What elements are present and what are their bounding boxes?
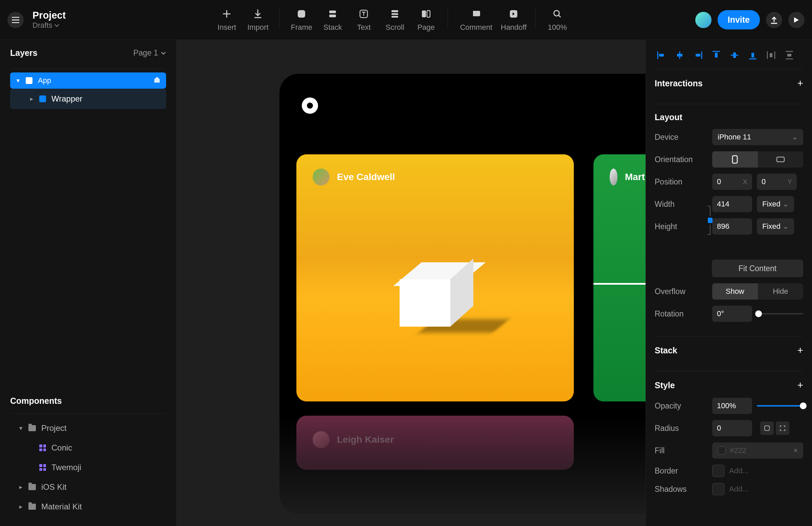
- align-center-v[interactable]: [728, 49, 741, 61]
- cube-image: [400, 262, 470, 323]
- chevron-down-icon: [55, 24, 59, 27]
- add-stack[interactable]: +: [797, 344, 803, 356]
- radius-all-icon[interactable]: [760, 422, 774, 435]
- layers-title: Layers: [10, 48, 38, 58]
- card-leigh[interactable]: Leigh Kaiser: [296, 416, 574, 470]
- component-icon: [39, 444, 46, 451]
- align-bottom[interactable]: [746, 49, 759, 61]
- page-selector[interactable]: Page 1: [133, 48, 166, 58]
- frame-icon: [39, 96, 46, 102]
- overflow-show[interactable]: Show: [712, 283, 758, 300]
- opacity-input[interactable]: [712, 398, 752, 414]
- rotation-input[interactable]: [712, 305, 752, 322]
- plus-icon: [222, 9, 231, 19]
- components-title: Components: [10, 396, 166, 406]
- layer-app[interactable]: ▾ App: [10, 72, 166, 89]
- overflow-label: Overflow: [655, 287, 712, 296]
- device-select[interactable]: iPhone 11 ⌄: [712, 129, 803, 145]
- scroll-tool[interactable]: Scroll: [379, 8, 410, 32]
- radius-per-corner-icon[interactable]: [776, 422, 789, 435]
- upload-icon: [770, 16, 778, 24]
- add-style[interactable]: +: [797, 380, 803, 391]
- border-swatch[interactable]: [712, 465, 724, 477]
- frame-tool[interactable]: Frame: [286, 8, 317, 32]
- width-label: Width: [655, 200, 712, 209]
- comp-twemoji[interactable]: Twemoji: [10, 458, 166, 477]
- distribute-h[interactable]: [764, 49, 778, 61]
- svg-rect-0: [298, 10, 305, 18]
- shadow-swatch[interactable]: [712, 483, 724, 495]
- svg-rect-2: [329, 15, 336, 17]
- svg-rect-16: [751, 53, 754, 58]
- svg-rect-19: [733, 156, 737, 163]
- svg-rect-13: [696, 54, 700, 57]
- user-avatar[interactable]: [695, 12, 711, 28]
- orientation-landscape[interactable]: [758, 151, 803, 168]
- border-label: Border: [655, 466, 712, 475]
- distribute-v[interactable]: [783, 49, 796, 61]
- device-label: Device: [655, 133, 712, 142]
- insert-tool[interactable]: Insert: [211, 8, 242, 32]
- play-button[interactable]: [788, 12, 804, 28]
- record-dot: [302, 98, 318, 114]
- svg-rect-1: [329, 11, 336, 13]
- comp-ios-kit[interactable]: ▸ iOS Kit: [10, 477, 166, 497]
- height-input[interactable]: [712, 218, 752, 234]
- handoff-tool[interactable]: Handoff: [498, 8, 529, 32]
- card-eve[interactable]: Eve Caldwell: [296, 154, 574, 401]
- comp-material-kit[interactable]: ▸ Material Kit: [10, 497, 166, 516]
- page-tool[interactable]: Page: [410, 8, 441, 32]
- fill-input[interactable]: #222 ×: [712, 442, 803, 459]
- radius-input[interactable]: [712, 420, 752, 436]
- rotation-slider[interactable]: [757, 313, 803, 314]
- position-label: Position: [655, 177, 712, 186]
- drafts-dropdown[interactable]: Drafts: [32, 21, 66, 30]
- folder-icon: [28, 504, 36, 510]
- svg-rect-17: [770, 53, 772, 57]
- stack-icon: [328, 10, 337, 18]
- add-interaction[interactable]: +: [797, 77, 803, 89]
- zoom-tool[interactable]: 100%: [542, 8, 573, 32]
- lock-aspect[interactable]: [706, 204, 714, 237]
- svg-rect-11: [659, 54, 664, 57]
- device-frame[interactable]: Eve Caldwell: [279, 74, 646, 514]
- svg-rect-4: [391, 10, 398, 12]
- orientation-portrait[interactable]: [712, 151, 758, 168]
- stack-tool[interactable]: Stack: [317, 8, 348, 32]
- clear-fill[interactable]: ×: [793, 446, 798, 455]
- invite-button[interactable]: Invite: [717, 10, 760, 29]
- svg-rect-5: [391, 13, 398, 15]
- align-left[interactable]: [655, 49, 668, 61]
- card-mart[interactable]: Mart: [593, 154, 646, 401]
- width-input[interactable]: [712, 196, 752, 212]
- opacity-label: Opacity: [655, 401, 712, 411]
- comment-tool[interactable]: Comment: [454, 8, 498, 32]
- comp-project[interactable]: ▾ Project: [10, 418, 166, 438]
- align-top[interactable]: [710, 49, 723, 61]
- svg-rect-21: [708, 218, 712, 223]
- opacity-slider[interactable]: [757, 405, 803, 407]
- play-icon: [793, 17, 799, 23]
- border-add[interactable]: Add...: [729, 466, 749, 475]
- page-icon: [421, 10, 431, 18]
- interactions-title: Interactions: [655, 79, 703, 88]
- width-mode-select[interactable]: Fixed⌄: [757, 196, 794, 212]
- svg-rect-15: [733, 53, 736, 58]
- menu-button[interactable]: [8, 12, 24, 28]
- align-right[interactable]: [691, 49, 705, 61]
- layer-wrapper[interactable]: ▸ Wrapper: [10, 89, 166, 109]
- height-label: Height: [655, 222, 712, 231]
- scroll-icon: [390, 10, 399, 18]
- text-tool[interactable]: Text: [348, 8, 379, 32]
- align-center-h[interactable]: [673, 49, 686, 61]
- height-mode-select[interactable]: Fixed⌄: [757, 218, 794, 234]
- shadow-add[interactable]: Add...: [729, 485, 749, 494]
- canvas[interactable]: Eve Caldwell: [177, 40, 646, 526]
- upload-button[interactable]: [766, 12, 782, 28]
- overflow-hide[interactable]: Hide: [758, 283, 803, 300]
- comp-conic[interactable]: Conic: [10, 438, 166, 458]
- fill-label: Fill: [655, 446, 712, 455]
- import-tool[interactable]: Import: [242, 8, 273, 32]
- svg-rect-20: [777, 157, 784, 162]
- fit-content-button[interactable]: Fit Content: [712, 260, 803, 277]
